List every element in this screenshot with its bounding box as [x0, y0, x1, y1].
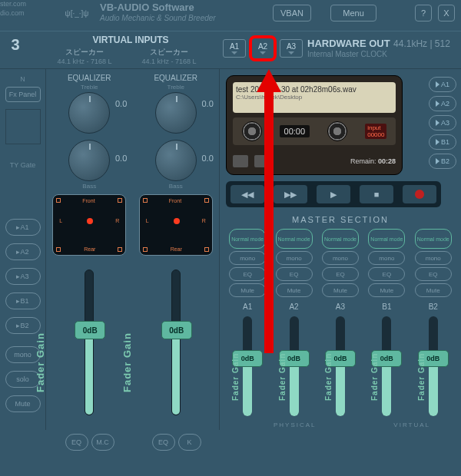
- treble-knob[interactable]: [68, 92, 110, 134]
- bass-label: Bass: [68, 183, 110, 190]
- master-section-label: MASTER SECTION: [220, 215, 461, 224]
- brand-name: VB-AUDIO Software: [100, 2, 194, 13]
- bass-knob[interactable]: [68, 140, 110, 181]
- master-fader[interactable]: 0dBFader Gain: [429, 316, 438, 416]
- virtual-input-strip-2: EQUALIZER Treble 0.0 0.0 Bass Front Rear…: [133, 69, 220, 430]
- eject-button[interactable]: [233, 155, 248, 167]
- route-b1-button[interactable]: ▸B1: [5, 293, 41, 309]
- route-b2-button[interactable]: ▸B2: [5, 317, 41, 334]
- bass-knob[interactable]: [155, 140, 197, 181]
- mute-button[interactable]: Mute: [276, 283, 313, 297]
- fastforward-button[interactable]: ▶▶: [274, 185, 307, 203]
- gate-label: Gate: [21, 161, 36, 169]
- route-a3-button[interactable]: A3: [429, 115, 456, 131]
- channel-number: 3: [0, 36, 31, 54]
- virtual-input-2-header[interactable]: スピーカー 44.1 kHz - 7168 L: [131, 47, 207, 65]
- fader-handle[interactable]: 0dB: [161, 321, 192, 339]
- eq-button[interactable]: EQ: [229, 267, 266, 281]
- stop-button[interactable]: ■: [360, 185, 393, 203]
- record-button[interactable]: [403, 185, 436, 203]
- master-fader[interactable]: 0dBFader Gain: [382, 316, 391, 416]
- mode-button[interactable]: Normal mode: [229, 229, 266, 249]
- master-col-a2: Normal mode mono EQ Mute A2 0dBFader Gai…: [273, 229, 316, 416]
- mode-button[interactable]: Normal mode: [322, 229, 359, 249]
- mute-button[interactable]: Mute: [368, 283, 405, 297]
- left-n-label: N: [20, 75, 25, 83]
- mute-button[interactable]: Mute: [322, 283, 359, 297]
- surround-position-icon: [174, 218, 180, 224]
- vi1-name: スピーカー: [46, 47, 123, 58]
- hardware-out-freq: 44.1kHz | 512: [393, 38, 450, 49]
- ty-label: TY: [10, 161, 18, 169]
- master-fader[interactable]: 0dBFader Gain: [243, 316, 252, 416]
- route-a1-button[interactable]: A1: [429, 77, 456, 92]
- recorder-file: test 2021-12-30 at 02h28m06s.wav: [236, 85, 393, 94]
- eq-button[interactable]: EQ: [322, 267, 359, 281]
- route-a1-button[interactable]: ▸A1: [5, 219, 41, 236]
- mono-button[interactable]: mono: [415, 251, 452, 265]
- virtual-inputs-label: VIRTUAL INPUTS: [54, 35, 207, 45]
- k-button[interactable]: K: [178, 434, 201, 451]
- recorder-path: C:\Users\hasek\Desktop: [236, 94, 393, 101]
- brand-url-2: dio.com: [0, 9, 25, 17]
- chevron-down-icon: [260, 51, 266, 55]
- mute-button[interactable]: Mute: [5, 395, 41, 412]
- surround-position-icon: [87, 218, 93, 224]
- fader-track[interactable]: 0dB: [85, 269, 94, 415]
- route-a2-button[interactable]: A2: [429, 96, 456, 111]
- route-a2-button[interactable]: ▸A2: [5, 243, 41, 260]
- fader-gain-label: Fader Gain: [35, 332, 46, 392]
- mono-button[interactable]: mono: [229, 251, 266, 265]
- vban-button[interactable]: VBAN: [273, 5, 311, 21]
- fader-handle[interactable]: 0dB: [75, 321, 105, 339]
- play-button[interactable]: ▶: [317, 185, 350, 203]
- master-col-a1: Normal mode mono EQ Mute A1 0dBFader Gai…: [226, 229, 269, 416]
- channel-button[interactable]: [254, 155, 270, 167]
- mono-button[interactable]: mono: [368, 251, 405, 265]
- surround-panel[interactable]: Front Rear L R: [139, 194, 213, 256]
- output-a1-button[interactable]: A1: [223, 39, 246, 58]
- fader-track[interactable]: 0dB: [171, 269, 181, 415]
- mode-button[interactable]: Normal mode: [368, 229, 405, 249]
- eq-button[interactable]: EQ: [415, 267, 452, 281]
- master-col-b1: Normal mode mono EQ Mute B1 0dBFader Gai…: [365, 229, 408, 416]
- help-button[interactable]: ?: [415, 5, 432, 21]
- master-fader[interactable]: 0dBFader Gain: [336, 316, 345, 416]
- master-fader[interactable]: 0dBFader Gain: [290, 316, 299, 416]
- vi2-name: スピーカー: [131, 47, 207, 58]
- output-a3-button[interactable]: A3: [280, 39, 303, 58]
- menu-button[interactable]: Menu: [330, 5, 376, 21]
- channel-id: A1: [243, 302, 252, 311]
- rewind-button[interactable]: ◀◀: [230, 185, 264, 203]
- mono-button[interactable]: mono: [322, 251, 359, 265]
- surround-panel[interactable]: Front Rear L R: [52, 194, 126, 256]
- eq-button[interactable]: EQ: [152, 434, 175, 451]
- mode-button[interactable]: Normal mode: [276, 229, 313, 249]
- eq-button[interactable]: EQ: [276, 267, 313, 281]
- reel-right-icon: [327, 121, 347, 141]
- brand-logo-icon: ψ[·_·]ψ: [58, 2, 96, 25]
- route-b2-button[interactable]: B2: [429, 154, 456, 169]
- channel-id: B2: [429, 302, 438, 311]
- physical-label: PHYSICAL: [274, 421, 317, 428]
- mc-button[interactable]: M.C: [91, 434, 114, 451]
- virtual-input-1-header[interactable]: スピーカー 44.1 kHz - 7168 L: [46, 47, 123, 65]
- route-a3-button[interactable]: ▸A3: [5, 268, 41, 285]
- recorder-display[interactable]: test 2021-12-30 at 02h28m06s.wav C:\User…: [233, 82, 396, 113]
- fx-panel-button[interactable]: Fx Panel: [5, 87, 41, 102]
- record-icon: [415, 190, 424, 199]
- mode-button[interactable]: Normal mode: [415, 229, 452, 249]
- mute-button[interactable]: Mute: [415, 283, 452, 297]
- route-b1-button[interactable]: B1: [429, 134, 456, 150]
- brand-sub: Audio Mechanic & Sound Breeder: [100, 14, 216, 22]
- chevron-down-icon: [231, 51, 237, 55]
- treble-knob[interactable]: [155, 92, 197, 134]
- output-a2-button[interactable]: A2: [249, 35, 277, 61]
- mute-button[interactable]: Mute: [229, 283, 266, 297]
- close-button[interactable]: X: [438, 5, 455, 21]
- eq-button[interactable]: EQ: [65, 434, 88, 451]
- channel-id: B1: [382, 302, 391, 311]
- brand-url-1: ster.com: [0, 0, 26, 8]
- eq-button[interactable]: EQ: [368, 267, 405, 281]
- mono-button[interactable]: mono: [276, 251, 313, 265]
